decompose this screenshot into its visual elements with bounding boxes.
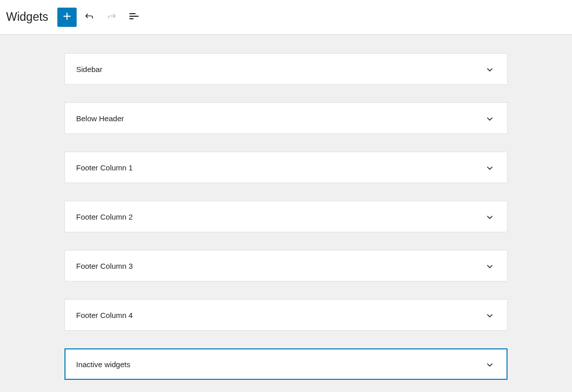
- chevron-down-icon: [484, 210, 496, 223]
- chevron-down-icon: [484, 309, 496, 321]
- undo-icon: [83, 10, 95, 24]
- widget-area-label: Below Header: [76, 114, 124, 123]
- redo-button: [102, 8, 121, 27]
- widget-area-footer-column-2[interactable]: Footer Column 2: [64, 201, 508, 232]
- widget-area-below-header[interactable]: Below Header: [64, 102, 508, 134]
- widget-area-label: Footer Column 2: [76, 212, 133, 221]
- document-overview-button[interactable]: [124, 8, 144, 27]
- list-view-icon: [128, 10, 140, 24]
- chevron-down-icon: [484, 63, 496, 75]
- widget-area-label: Inactive widgets: [76, 360, 130, 369]
- widget-area-footer-column-3[interactable]: Footer Column 3: [64, 250, 508, 281]
- widget-areas-list: Sidebar Below Header Footer Column 1 Foo…: [0, 34, 572, 392]
- widget-area-sidebar[interactable]: Sidebar: [64, 53, 508, 85]
- add-block-button[interactable]: [57, 8, 77, 27]
- widget-area-inactive-widgets[interactable]: Inactive widgets: [64, 348, 508, 380]
- redo-icon: [106, 10, 118, 24]
- widget-area-label: Sidebar: [76, 65, 103, 74]
- chevron-down-icon: [484, 161, 496, 173]
- widget-area-label: Footer Column 4: [76, 311, 133, 319]
- undo-button[interactable]: [80, 8, 99, 27]
- chevron-down-icon: [484, 358, 496, 370]
- plus-icon: [61, 10, 73, 24]
- page-title: Widgets: [6, 10, 48, 24]
- topbar: Widgets: [0, 0, 572, 34]
- widget-area-label: Footer Column 3: [76, 262, 133, 270]
- chevron-down-icon: [484, 112, 496, 124]
- widget-area-footer-column-1[interactable]: Footer Column 1: [64, 152, 508, 183]
- chevron-down-icon: [484, 260, 496, 272]
- widget-area-label: Footer Column 1: [76, 163, 133, 172]
- widget-area-footer-column-4[interactable]: Footer Column 4: [64, 299, 508, 331]
- toolbar-buttons: [57, 8, 144, 27]
